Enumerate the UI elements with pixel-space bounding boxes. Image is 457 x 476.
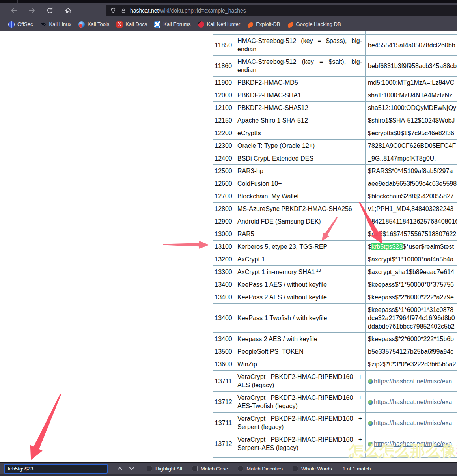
hash-name-cell: Kerberos 5, etype 23, TGS-REP xyxy=(234,241,366,253)
hash-name-cell: AxCrypt 1 xyxy=(234,253,366,266)
bookmark-kali-linux[interactable]: Kali Linux xyxy=(37,20,75,29)
hash-name-cell: RAR3-hp xyxy=(234,165,366,177)
findbar-option-whole-words[interactable]: Whole Words xyxy=(293,466,332,472)
example-hash-cell: $keepass$*2*6000*222*a279e xyxy=(366,291,457,304)
table-row: 12400BSDi Crypt, Extended DES_9G..8147mp… xyxy=(213,152,457,165)
globe-icon xyxy=(368,421,373,426)
home-icon xyxy=(64,7,72,15)
findbar-option-label: Match Case xyxy=(201,466,228,472)
hash-name-cell: Keepass 2 AES / with keyfile xyxy=(234,333,366,345)
hash-name-cell: PBKDF2-HMAC-SHA512 xyxy=(234,102,366,114)
hash-name-cell: KeePass 2 AES / without keyfile xyxy=(234,291,366,304)
bookmark-exploit-db[interactable]: Exploit-DB xyxy=(244,20,284,29)
table-row: 12500RAR3-hp$RAR3$*0*45109af8ab5f297a xyxy=(213,165,457,177)
example-hash-cell: $keepass$*2*6000*222*15b6b xyxy=(366,333,457,345)
example-hash-text: $keepass$*2*6000*222*15b6b xyxy=(368,335,457,343)
empty-cell xyxy=(213,454,234,458)
hash-name-cell: PeopleSoft PS_TOKEN xyxy=(234,345,366,358)
bookmark-offsec[interactable]: OffSec xyxy=(5,20,37,29)
shield-icon[interactable] xyxy=(110,7,117,14)
forward-icon xyxy=(28,7,36,15)
example-hash-line: ddabde761bbcc79852402c5b2 xyxy=(368,322,457,330)
bookmark-kali-forums[interactable]: Kali Forums xyxy=(151,20,194,29)
example-hashes-table: 11850HMAC-Streebog-512 (key = $pass), bi… xyxy=(213,31,457,458)
bookmark-kali-nethunter[interactable]: Kali NetHunter xyxy=(194,20,244,29)
hash-mode-cell: 13300 xyxy=(213,266,234,278)
hash-name-cell: AxCrypt 1 in-memory SHA1 13 xyxy=(234,266,366,278)
hash-name-cell: RAR5 xyxy=(234,228,366,241)
hash-name-cell: VeraCrypt PBKDF2-HMAC-RIPEMD160 + Serpen… xyxy=(234,433,366,454)
footnote-ref[interactable]: 13 xyxy=(315,268,321,273)
bookmark-label: Exploit-DB xyxy=(256,21,280,27)
back-button[interactable] xyxy=(7,5,21,17)
bookmark-google-hacking-db[interactable]: Google Hacking DB xyxy=(284,20,345,29)
hash-mode-cell: 13200 xyxy=(213,253,234,266)
browser-window: hashcat.net/wiki/doku.php?id=example_has… xyxy=(0,0,457,476)
back-icon xyxy=(10,7,18,15)
example-hash-text: v1;PPH1_MD4,848403282243 xyxy=(368,205,457,213)
checkbox-match-case[interactable] xyxy=(192,466,198,471)
find-next-button[interactable] xyxy=(127,464,137,473)
bookmark-label: OffSec xyxy=(17,21,33,27)
table-row: 13711VeraCrypt PBKDF2-HMAC-RIPEMD160 + A… xyxy=(213,371,457,392)
checkbox-match-diacritics[interactable] xyxy=(238,466,243,471)
hash-name-cell: HMAC-Streebog-512 (key = $salt), big-end… xyxy=(234,56,366,77)
findbar-option-highlight-all[interactable]: Highlight All xyxy=(147,466,182,472)
example-hash-text: b5e335754127b25ba6f99a94c xyxy=(368,347,457,356)
reload-button[interactable] xyxy=(43,5,57,17)
example-hash-text: md5:1000:MTg1MzA=:Lz84VC xyxy=(368,78,457,87)
hash-mode-cell: 12100 xyxy=(213,102,234,114)
table-row: 13712VeraCrypt PBKDF2-HMAC-RIPEMD160 + S… xyxy=(213,433,457,454)
find-previous-button[interactable] xyxy=(115,464,125,473)
lock-icon[interactable] xyxy=(120,7,127,14)
url-domain: hashcat.net xyxy=(130,7,159,14)
hash-mode-cell: 12500 xyxy=(213,165,234,177)
hash-name-cell: eCryptfs xyxy=(234,127,366,140)
hash-name-cell: KeePass 1 Twofish / with keyfile xyxy=(234,304,366,333)
find-input[interactable] xyxy=(4,464,108,474)
hash-name-cell: VeraCrypt PBKDF2-HMAC-RIPEMD160 + AES-Tw… xyxy=(234,392,366,413)
hash-name-cell: Android FDE (Samsung DEK) xyxy=(234,215,366,228)
example-hash-link[interactable]: https://hashcat.net/misc/exa xyxy=(374,441,452,447)
home-button[interactable] xyxy=(62,5,75,17)
hash-mode-cell: 12300 xyxy=(213,140,234,152)
hash-mode-cell: 13400 xyxy=(213,291,234,304)
example-hash-text: $keepass$*1*50000*0*375756 xyxy=(368,280,457,289)
example-hash-link[interactable]: https://hashcat.net/misc/exa xyxy=(374,420,452,426)
bookmark-label: Kali Linux xyxy=(49,21,71,27)
table-row: 12800MS-AzureSync PBKDF2-HMAC-SHA256v1;P… xyxy=(213,203,457,215)
kali-tools-icon xyxy=(78,21,85,28)
findbar-option-match-case[interactable]: Match Case xyxy=(192,466,228,472)
chevron-up-icon xyxy=(117,466,123,471)
bookmark-kali-tools[interactable]: Kali Tools xyxy=(75,20,113,29)
url-bar[interactable]: hashcat.net/wiki/doku.php?id=example_has… xyxy=(106,5,457,16)
empty-cell xyxy=(366,454,457,458)
example-hash-link[interactable]: https://hashcat.net/misc/exa xyxy=(374,399,452,405)
navigation-toolbar: hashcat.net/wiki/doku.php?id=example_has… xyxy=(0,3,457,18)
offsec-icon xyxy=(8,21,15,28)
checkbox-whole-words[interactable] xyxy=(293,466,298,471)
example-hash-cell: aee9edab5653f509c4c63e5598 xyxy=(366,177,457,190)
hash-name-cell: PBKDF2-HMAC-MD5 xyxy=(234,77,366,89)
example-hash-link[interactable]: https://hashcat.net/misc/exa xyxy=(374,378,452,385)
hash-mode-cell: 12200 xyxy=(213,127,234,140)
hash-mode-cell: 12400 xyxy=(213,152,234,165)
kali-docs-icon xyxy=(116,21,123,28)
example-hashes-table-wrap: 11850HMAC-Streebog-512 (key = $pass), bi… xyxy=(213,31,457,458)
forward-button[interactable] xyxy=(25,5,39,17)
example-hash-cell: $RAR3$*0*45109af8ab5f297a xyxy=(366,165,457,177)
hash-mode-cell: 12000 xyxy=(213,89,234,102)
example-hash-cell: b5e335754127b25ba6f99a94c xyxy=(366,345,457,358)
example-hash-link-wrap: https://hashcat.net/misc/exa xyxy=(368,419,457,427)
example-hash-cell: $keepass$*1*50000*0*375756 xyxy=(366,278,457,291)
table-row: 13400KeePass 1 AES / without keyfile$kee… xyxy=(213,278,457,291)
checkbox-highlight-all[interactable] xyxy=(147,466,152,471)
table-row: 12300Oracle T: Type (Oracle 12+)78281A9C… xyxy=(213,140,457,152)
findbar-option-match-diacritics[interactable]: Match Diacritics xyxy=(238,466,283,472)
table-row: 11900PBKDF2-HMAC-MD5md5:1000:MTg1MzA=:Lz… xyxy=(213,77,457,89)
hash-name-cell: MS-AzureSync PBKDF2-HMAC-SHA256 xyxy=(234,203,366,215)
empty-cell xyxy=(234,31,366,35)
example-hash-cell: md5:1000:MTg1MzA=:Lz84VC xyxy=(366,77,457,89)
bookmark-kali-docs[interactable]: Kali Docs xyxy=(113,20,151,29)
hash-mode-cell: 13711 xyxy=(213,413,234,433)
